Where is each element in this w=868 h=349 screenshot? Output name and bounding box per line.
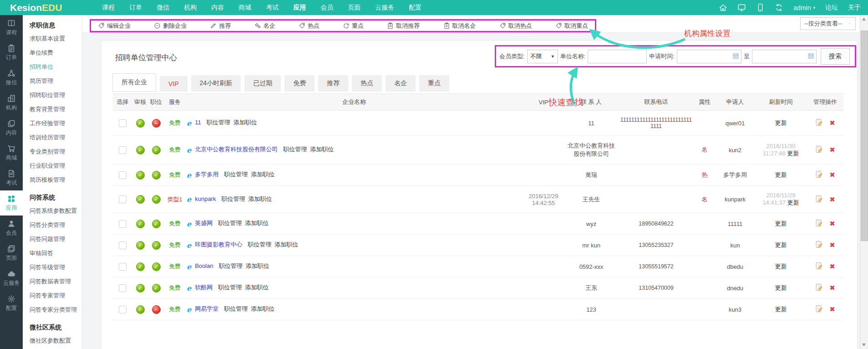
job-manage-link[interactable]: 职位管理 — [221, 195, 245, 202]
rail-item-订单[interactable]: 订单 — [0, 40, 23, 65]
sidebar-item[interactable]: 问答数据表管理 — [23, 275, 82, 289]
row-checkbox[interactable] — [119, 241, 127, 249]
rail-item-配置[interactable]: 配置 — [0, 291, 23, 316]
sidebar-item[interactable]: 招聘职位管理 — [23, 88, 82, 103]
user-menu[interactable]: admin ▾ — [793, 4, 815, 11]
sidebar-item[interactable]: 问答专家管理 — [23, 289, 82, 303]
approved-icon[interactable]: ✓ — [136, 305, 145, 314]
scrollbar-thumb[interactable] — [861, 31, 868, 241]
edit-icon[interactable] — [815, 283, 823, 293]
tab-VIP[interactable]: VIP — [160, 76, 188, 92]
rail-item-页面[interactable]: 页面 — [0, 241, 23, 266]
company-link[interactable]: 11 — [195, 119, 201, 126]
sidebar-item[interactable]: 招聘单位 — [23, 60, 82, 74]
refresh-link[interactable]: 更新 — [775, 171, 787, 178]
rail-item-课程[interactable]: 课程 — [0, 15, 23, 40]
toolbar-button[interactable]: 名企 — [254, 22, 275, 30]
tab-24小时刷新[interactable]: 24小时刷新 — [191, 75, 241, 92]
add-job-link[interactable]: 添加职位 — [251, 305, 274, 312]
scroll-up-icon[interactable] — [862, 18, 866, 21]
tab-推荐[interactable]: 推荐 — [318, 75, 348, 92]
row-checkbox[interactable] — [119, 220, 127, 228]
refresh-link[interactable]: 更新 — [775, 306, 787, 313]
toolbar-button[interactable]: 取消重点 — [555, 22, 588, 30]
approved-icon[interactable]: ✓ — [152, 220, 161, 228]
row-checkbox[interactable] — [119, 171, 127, 179]
add-job-link[interactable]: 添加职位 — [248, 195, 272, 202]
delete-icon[interactable]: ✖ — [829, 305, 835, 313]
rail-item-云服务[interactable]: 云服务 — [0, 266, 23, 291]
sidebar-item[interactable]: 行业职业管理 — [23, 159, 82, 173]
row-checkbox[interactable] — [119, 306, 127, 313]
approved-icon[interactable]: ✓ — [136, 195, 145, 204]
approved-icon[interactable]: ✓ — [136, 171, 145, 180]
sidebar-item[interactable]: 审核回答 — [23, 246, 82, 261]
rail-item-机构[interactable]: 机构 — [0, 90, 23, 115]
add-job-link[interactable]: 添加职位 — [246, 262, 269, 269]
approved-icon[interactable]: ✓ — [136, 241, 145, 250]
approved-icon[interactable]: ✓ — [152, 195, 161, 204]
row-checkbox[interactable] — [119, 284, 127, 292]
approved-icon[interactable]: ✓ — [152, 171, 161, 180]
delete-icon[interactable]: ✖ — [829, 195, 835, 203]
home-icon[interactable] — [719, 3, 727, 12]
job-manage-link[interactable]: 职位管理 — [218, 220, 242, 226]
approved-icon[interactable]: ✓ — [136, 119, 145, 128]
topnav-item[interactable]: 机构 — [177, 4, 204, 12]
refresh-link[interactable]: 更新 — [775, 220, 787, 227]
job-manage-link[interactable]: 职位管理 — [224, 305, 248, 312]
sidebar-item[interactable]: 求职基本设置 — [23, 32, 82, 46]
company-link[interactable]: 英盛网 — [195, 220, 213, 226]
topnav-item[interactable]: 内容 — [204, 4, 231, 12]
delete-icon[interactable]: ✖ — [829, 284, 835, 292]
rail-item-应用[interactable]: 应用 — [0, 190, 23, 216]
about-link[interactable]: 关于 — [848, 4, 861, 12]
sidebar-item[interactable]: 教育背景管理 — [23, 103, 82, 117]
topnav-item[interactable]: 会员 — [313, 4, 340, 12]
refresh-link[interactable]: 更新 — [787, 199, 799, 206]
sync-icon[interactable] — [775, 3, 783, 12]
column-header[interactable]: 服务 — [164, 94, 185, 111]
rail-item-会员[interactable]: 会员 — [0, 216, 23, 241]
column-header[interactable]: 审核 — [132, 94, 148, 111]
apply-date-start-input[interactable] — [677, 50, 741, 63]
row-checkbox[interactable] — [119, 263, 127, 271]
apply-date-end-input[interactable] — [752, 50, 817, 63]
add-job-link[interactable]: 添加职位 — [274, 241, 298, 248]
delete-icon[interactable]: ✖ — [829, 241, 835, 249]
company-link[interactable]: 咔图摄影教育中心 — [195, 241, 242, 248]
approved-icon[interactable]: ✓ — [152, 284, 161, 293]
rail-item-考试[interactable]: 考试 — [0, 165, 23, 190]
approved-icon[interactable]: ✓ — [136, 262, 145, 271]
calendar-icon[interactable] — [808, 52, 814, 61]
sidebar-item[interactable]: 问答专家分类管理 — [23, 303, 82, 317]
approved-icon[interactable]: ✓ — [152, 241, 161, 250]
topnav-item[interactable]: 订单 — [122, 4, 149, 12]
scrollbar[interactable] — [860, 15, 868, 349]
toolbar-button[interactable]: 取消热点 — [499, 22, 532, 30]
edit-icon[interactable] — [815, 195, 823, 204]
refresh-link[interactable]: 更新 — [775, 241, 787, 248]
company-link[interactable]: 多学多用 — [195, 171, 218, 178]
column-header[interactable]: 管理操作 — [807, 94, 843, 111]
scroll-down-icon[interactable] — [862, 344, 866, 346]
edit-icon[interactable] — [815, 145, 823, 154]
edit-icon[interactable] — [815, 241, 823, 250]
tab-名企[interactable]: 名企 — [386, 75, 416, 92]
tab-免费[interactable]: 免费 — [284, 75, 315, 92]
add-job-link[interactable]: 添加职位 — [233, 119, 257, 126]
toolbar-button[interactable]: 取消推荐 — [387, 22, 420, 30]
toolbar-button[interactable]: 取消名企 — [443, 22, 476, 30]
approved-icon[interactable]: ✓ — [152, 262, 161, 271]
sidebar-item[interactable]: 微社区参数配置 — [23, 334, 82, 348]
row-checkbox[interactable] — [119, 146, 127, 154]
monitor-icon[interactable] — [737, 3, 746, 12]
row-checkbox[interactable] — [119, 195, 127, 203]
company-name-input[interactable] — [588, 50, 647, 63]
edit-icon[interactable] — [815, 219, 823, 228]
edit-icon[interactable] — [815, 305, 823, 314]
toolbar-button[interactable]: 热点 — [299, 22, 320, 30]
mobile-icon[interactable] — [756, 3, 765, 12]
add-job-link[interactable]: 添加职位 — [245, 220, 269, 226]
column-header[interactable]: 联系电话 — [619, 94, 694, 111]
